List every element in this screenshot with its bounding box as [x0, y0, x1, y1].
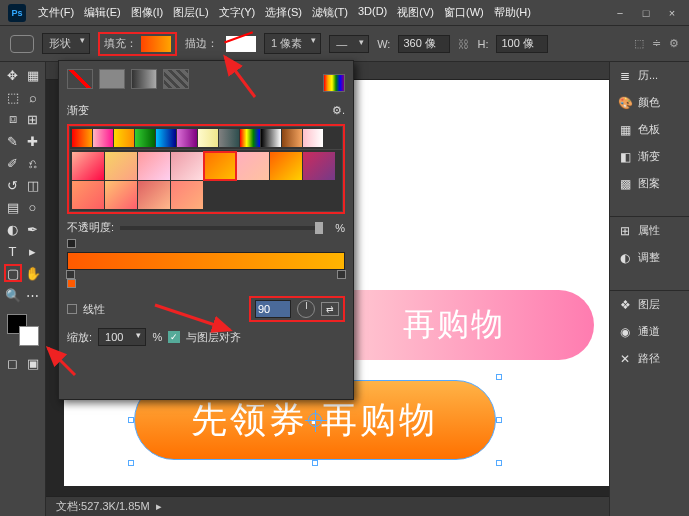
- eraser-tool[interactable]: ◫: [24, 176, 42, 194]
- menu-file[interactable]: 文件(F): [34, 3, 78, 22]
- fill-solid-tab[interactable]: [99, 69, 125, 89]
- move-tool[interactable]: ✥: [4, 66, 22, 84]
- panel-gradients[interactable]: ◧渐变: [610, 143, 689, 170]
- spot-heal-tool[interactable]: ✚: [24, 132, 42, 150]
- menu-view[interactable]: 视图(V): [393, 3, 438, 22]
- angle-dial[interactable]: [297, 300, 315, 318]
- edit-toolbar[interactable]: ⋯: [24, 286, 42, 304]
- shape-tool[interactable]: ▢: [4, 264, 22, 282]
- opacity-slider[interactable]: [120, 226, 323, 230]
- panel-history[interactable]: ≣历...: [610, 62, 689, 89]
- gradient-preset[interactable]: [303, 152, 335, 180]
- menu-layer[interactable]: 图层(L): [169, 3, 212, 22]
- color-swatches[interactable]: [7, 314, 39, 346]
- align-icon[interactable]: ⬚: [634, 37, 644, 50]
- tool-preset-icon[interactable]: [10, 35, 34, 53]
- zoom-tool[interactable]: 🔍: [4, 286, 22, 304]
- gradient-preset[interactable]: [171, 181, 203, 209]
- menu-select[interactable]: 选择(S): [261, 3, 306, 22]
- blur-tool[interactable]: ○: [24, 198, 42, 216]
- marquee-tool[interactable]: ⬚: [4, 88, 22, 106]
- settings-icon[interactable]: ⚙: [669, 37, 679, 50]
- fill-pattern-tab[interactable]: [163, 69, 189, 89]
- fill-gradient-tab[interactable]: [131, 69, 157, 89]
- reverse-button[interactable]: ⇄: [321, 302, 339, 316]
- panel-swatches[interactable]: ▦色板: [610, 116, 689, 143]
- menu-type[interactable]: 文字(Y): [215, 3, 260, 22]
- hand-tool[interactable]: ✋: [24, 264, 42, 282]
- gradient-bar[interactable]: [67, 252, 345, 270]
- artboard-tool[interactable]: ▦: [24, 66, 42, 84]
- gradient-tool[interactable]: ▤: [4, 198, 22, 216]
- panel-channels[interactable]: ◉通道: [610, 318, 689, 345]
- menu-3d[interactable]: 3D(D): [354, 3, 391, 22]
- gradient-preset[interactable]: [237, 152, 269, 180]
- gradient-preset[interactable]: [177, 129, 197, 147]
- panel-patterns[interactable]: ▩图案: [610, 170, 689, 197]
- fill-swatch[interactable]: [141, 36, 171, 52]
- width-input[interactable]: [398, 35, 450, 53]
- link-wh-icon[interactable]: ⛓: [458, 38, 469, 50]
- color-picker-button[interactable]: [323, 74, 345, 92]
- gradient-preset[interactable]: [198, 129, 218, 147]
- gradient-preset[interactable]: [270, 152, 302, 180]
- gradient-preset[interactable]: [93, 129, 113, 147]
- gradient-preset[interactable]: [282, 129, 302, 147]
- brush-tool[interactable]: ✐: [4, 154, 22, 172]
- gradient-preset[interactable]: [72, 129, 92, 147]
- menu-window[interactable]: 窗口(W): [440, 3, 488, 22]
- fill-none-tab[interactable]: [67, 69, 93, 89]
- minimize-button[interactable]: −: [611, 7, 629, 19]
- angle-input[interactable]: [255, 300, 291, 318]
- type-tool[interactable]: T: [4, 242, 22, 260]
- gradient-preset[interactable]: [204, 152, 236, 180]
- gradient-preset[interactable]: [138, 181, 170, 209]
- gradient-preset[interactable]: [135, 129, 155, 147]
- gradient-preset[interactable]: [114, 129, 134, 147]
- panel-paths[interactable]: ✕路径: [610, 345, 689, 372]
- status-arrow-icon[interactable]: ▸: [156, 500, 162, 513]
- arrange-icon[interactable]: ≑: [652, 37, 661, 50]
- height-input[interactable]: [496, 35, 548, 53]
- gradient-preset[interactable]: [171, 152, 203, 180]
- scale-dropdown[interactable]: 100: [98, 328, 146, 346]
- panel-properties[interactable]: ⊞属性: [610, 217, 689, 244]
- gradient-type-icon[interactable]: [67, 304, 77, 314]
- crop-tool[interactable]: ⧈: [4, 110, 22, 128]
- eyedropper-tool[interactable]: ✎: [4, 132, 22, 150]
- path-select-tool[interactable]: ▸: [24, 242, 42, 260]
- panel-adjustments[interactable]: ◐调整: [610, 244, 689, 271]
- gradient-preset[interactable]: [105, 152, 137, 180]
- gradient-preset[interactable]: [72, 181, 104, 209]
- clone-tool[interactable]: ⎌: [24, 154, 42, 172]
- frame-tool[interactable]: ⊞: [24, 110, 42, 128]
- align-checkbox[interactable]: ✓: [168, 331, 180, 343]
- dodge-tool[interactable]: ◐: [4, 220, 22, 238]
- menu-image[interactable]: 图像(I): [127, 3, 167, 22]
- stroke-swatch[interactable]: [226, 36, 256, 52]
- gradient-preset[interactable]: [303, 129, 323, 147]
- maximize-button[interactable]: □: [637, 7, 655, 19]
- menu-filter[interactable]: 滤镜(T): [308, 3, 352, 22]
- menu-help[interactable]: 帮助(H): [490, 3, 535, 22]
- transform-anchor[interactable]: [308, 413, 322, 427]
- panel-color[interactable]: 🎨颜色: [610, 89, 689, 116]
- gradient-preset[interactable]: [261, 129, 281, 147]
- gradient-preset[interactable]: [72, 152, 104, 180]
- stroke-type-dropdown[interactable]: —: [329, 35, 369, 53]
- gradient-preset[interactable]: [240, 129, 260, 147]
- panel-layers[interactable]: ❖图层: [610, 291, 689, 318]
- pen-tool[interactable]: ✒: [24, 220, 42, 238]
- screen-mode[interactable]: ▣: [24, 354, 42, 372]
- close-button[interactable]: ×: [663, 7, 681, 19]
- lasso-tool[interactable]: ⌕: [24, 88, 42, 106]
- quick-mask[interactable]: ◻: [4, 354, 22, 372]
- history-brush-tool[interactable]: ↺: [4, 176, 22, 194]
- gradient-preset[interactable]: [219, 129, 239, 147]
- stroke-width-dropdown[interactable]: 1 像素: [264, 33, 321, 54]
- gradient-preset[interactable]: [156, 129, 176, 147]
- menu-edit[interactable]: 编辑(E): [80, 3, 125, 22]
- gear-icon[interactable]: ⚙.: [332, 104, 345, 117]
- gradient-preset[interactable]: [105, 181, 137, 209]
- tool-mode-dropdown[interactable]: 形状: [42, 33, 90, 54]
